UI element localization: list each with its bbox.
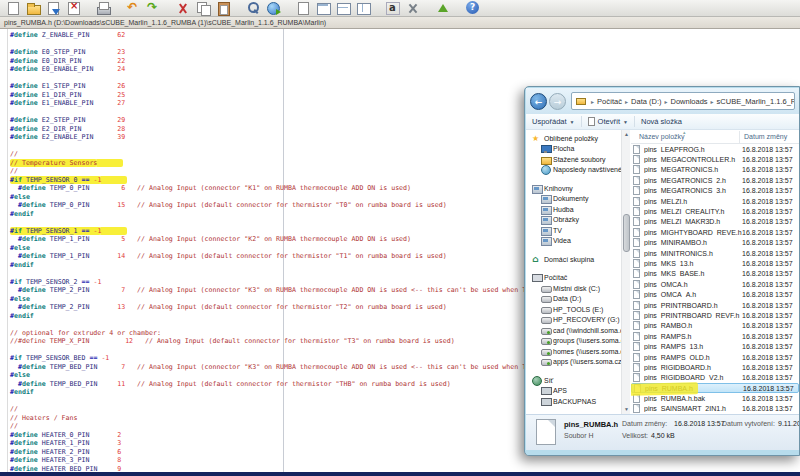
file-row[interactable]: pins_OMCA_A.h16.8.2018 13:57 — [631, 289, 799, 299]
file-row[interactable]: pins_MELZI_MAKR3D.h16.8.2018 13:57 — [631, 217, 799, 227]
file-row[interactable]: pins_MKS_13.h16.8.2018 13:57 — [631, 258, 799, 268]
scroll-up-icon[interactable]: ▲ — [622, 130, 631, 139]
file-row[interactable]: pins_RAMPS_13.h16.8.2018 13:57 — [631, 341, 799, 351]
web-preview-icon[interactable] — [265, 1, 281, 15]
file-row[interactable]: pins_PRINTRBOARD.h16.8.2018 13:57 — [631, 300, 799, 310]
window-layout-1-icon[interactable] — [315, 1, 331, 15]
sidebar-item-obr-zky[interactable]: Obrázky — [526, 215, 621, 226]
sidebar-item-obl-ben-polo-ky[interactable]: Oblíbené položky — [526, 133, 621, 144]
file-row[interactable]: pins_MELZI.h16.8.2018 13:57 — [631, 196, 799, 206]
sidebar-item-hudba[interactable]: Hudba — [526, 204, 621, 215]
file-row[interactable]: pins_RAMPS_OLD.h16.8.2018 13:57 — [631, 352, 799, 362]
tools-icon[interactable] — [405, 1, 421, 15]
chevron-down-icon: ▼ — [570, 119, 575, 125]
window-layout-2-icon[interactable] — [335, 1, 351, 15]
file-row[interactable]: pins_RAMPS.h16.8.2018 13:57 — [631, 331, 799, 341]
sidebar-item-dom-c-skupina[interactable]: Domácí skupina — [526, 254, 621, 265]
file-row[interactable]: pins_LEAPFROG.h16.8.2018 13:57 — [631, 144, 799, 154]
redo-icon[interactable] — [145, 1, 161, 15]
file-row[interactable]: pins_RUMBA.h16.8.2018 13:57 — [631, 383, 799, 393]
sidebar-item-plocha[interactable]: Plocha — [526, 144, 621, 155]
close-file-icon[interactable] — [65, 1, 81, 15]
file-date: 16.8.2018 13:57 — [742, 239, 793, 246]
address-bar[interactable]: ▸Počítač▸Data (D:)▸Downloads▸sCUBE_Marli… — [571, 92, 795, 110]
sidebar-item-label: HP_TOOLS (E:) — [553, 306, 603, 313]
file-row[interactable]: pins_OMCA.h16.8.2018 13:57 — [631, 279, 799, 289]
library-icon — [541, 226, 550, 235]
file-name: pins_PRINTRBOARD.h — [644, 302, 742, 309]
sidebar-item-backupnas[interactable]: BACKUPNAS — [526, 396, 621, 407]
new-folder-button[interactable]: Nová složka — [635, 114, 688, 129]
file-row[interactable]: pins_MEGATRONICS_2.h16.8.2018 13:57 — [631, 175, 799, 185]
sidebar-item-data-d[interactable]: Data (D:) — [526, 294, 621, 305]
file-row[interactable]: pins_MINITRONICS.h16.8.2018 13:57 — [631, 248, 799, 258]
file-row[interactable]: pins_MELZI_CREALITY.h16.8.2018 13:57 — [631, 206, 799, 216]
open-button[interactable]: Otevřít ▼ — [582, 114, 634, 129]
file-row[interactable]: pins_MEGATRONICS_3.h16.8.2018 13:57 — [631, 186, 799, 196]
sidebar-item-apps-users-soma-cz-z[interactable]: apps (\\users.soma.cz) (Z — [526, 357, 621, 368]
help-icon[interactable] — [465, 1, 481, 15]
back-button[interactable]: ← — [530, 93, 547, 110]
cut-icon[interactable] — [175, 1, 191, 15]
file-row[interactable]: pins_MEGACONTROLLER.h16.8.2018 13:57 — [631, 154, 799, 164]
file-row[interactable]: pins_MIGHTYBOARD_REVE.h16.8.2018 13:57 — [631, 227, 799, 237]
file-row[interactable]: pins_RAMBO.h16.8.2018 13:57 — [631, 321, 799, 331]
breadcrumb-segment[interactable]: sCUBE_Marlin_1.1.6_RUMBA (1) — [716, 97, 795, 106]
breadcrumb-segment[interactable]: Počítač — [596, 97, 623, 106]
file-page-icon — [633, 186, 640, 195]
window-layout-3-icon[interactable] — [355, 1, 371, 15]
new-document-icon[interactable] — [295, 1, 311, 15]
open-file-icon[interactable] — [25, 1, 41, 15]
find-icon[interactable] — [245, 1, 261, 15]
sidebar-item-dokumenty[interactable]: Dokumenty — [526, 194, 621, 205]
new-file-icon[interactable] — [5, 1, 21, 15]
paste-icon[interactable] — [215, 1, 231, 15]
sidebar-scrollbar[interactable]: ▲ ▼ — [621, 130, 630, 414]
file-name: pins_MELZI_MAKR3D.h — [644, 218, 742, 225]
copy-icon[interactable] — [195, 1, 211, 15]
sidebar-item-naposledy-nav-t-ven[interactable]: Naposledy navštívené — [526, 165, 621, 176]
highlight-annotation: // Temperature Sensors — [10, 159, 97, 167]
scrollbar-thumb[interactable] — [623, 214, 630, 252]
sidebar-item-knihovny[interactable]: Knihovny — [526, 183, 621, 194]
file-name: pins_RUMBA.h.bak — [644, 395, 742, 402]
forward-button[interactable]: → — [549, 93, 566, 110]
file-row[interactable]: pins_MKS_BASE.h16.8.2018 13:57 — [631, 269, 799, 279]
sidebar-item-videa[interactable]: Videa — [526, 236, 621, 247]
sidebar-item-homes-users-soma-cz[interactable]: homes (\\users.soma.cz) — [526, 346, 621, 357]
file-page-icon — [633, 404, 640, 413]
sidebar-item-groups-users-soma-cz[interactable]: groups (\\users.soma.cz) — [526, 336, 621, 347]
sidebar-item-s[interactable]: Síť — [526, 375, 621, 386]
undo-icon[interactable] — [125, 1, 141, 15]
sidebar-item-sta-en-soubory[interactable]: Stažené soubory — [526, 154, 621, 165]
organize-menu[interactable]: Uspořádat ▼ — [526, 114, 581, 129]
scroll-down-icon[interactable]: ▼ — [622, 405, 631, 414]
drive-icon — [541, 284, 550, 293]
code-line: #define E0_ENABLE_PIN 24 — [10, 65, 629, 74]
sidebar-item-aps[interactable]: APS — [526, 386, 621, 397]
file-row[interactable]: pins_RIGIDBOARD.h16.8.2018 13:57 — [631, 362, 799, 372]
file-row[interactable]: pins_MINIRAMBO.h16.8.2018 13:57 — [631, 238, 799, 248]
save-file-icon[interactable] — [45, 1, 61, 15]
sidebar-item-hp-tools-e[interactable]: HP_TOOLS (E:) — [526, 304, 621, 315]
breadcrumb-segment[interactable]: Data (D:) — [630, 97, 662, 106]
file-row[interactable]: pins_SAINSMART_2IN1.h16.8.2018 13:57 — [631, 404, 799, 414]
sidebar-item-label: apps (\\users.soma.cz) (Z — [553, 358, 621, 365]
file-row[interactable]: pins_MEGATRONICS.h16.8.2018 13:57 — [631, 165, 799, 175]
file-row[interactable]: pins_RIGIDBOARD_V2.h16.8.2018 13:57 — [631, 373, 799, 383]
sidebar-item-tv[interactable]: TV — [526, 225, 621, 236]
editor-tab-bar[interactable]: pins_RUMBA.h (D:\Downloads\sCUBE_Marlin_… — [0, 17, 800, 29]
file-row[interactable]: pins_PRINTRBOARD_REVF.h16.8.2018 13:57 — [631, 310, 799, 320]
sidebar-item-m-stn-disk-c[interactable]: Místní disk (C:) — [526, 283, 621, 294]
sidebar-item-po-ta[interactable]: Počítač — [526, 273, 621, 284]
sidebar-item-cad-windchill-soma-cz[interactable]: cad (\\windchill.soma.cz) — [526, 325, 621, 336]
editor-tab-title[interactable]: pins_RUMBA.h (D:\Downloads\sCUBE_Marlin_… — [4, 19, 326, 26]
breadcrumb-segment[interactable]: Downloads — [669, 97, 708, 106]
column-header-name[interactable]: Název položky — [639, 133, 685, 140]
sidebar-item-hp-recovery-g[interactable]: HP_RECOVERY (G:) — [526, 315, 621, 326]
column-header-date[interactable]: Datum změny — [744, 133, 787, 140]
print-icon[interactable] — [95, 1, 111, 15]
file-date: 16.8.2018 13:57 — [742, 270, 793, 277]
plugin-icon[interactable] — [435, 1, 451, 15]
font-icon[interactable] — [385, 1, 401, 15]
